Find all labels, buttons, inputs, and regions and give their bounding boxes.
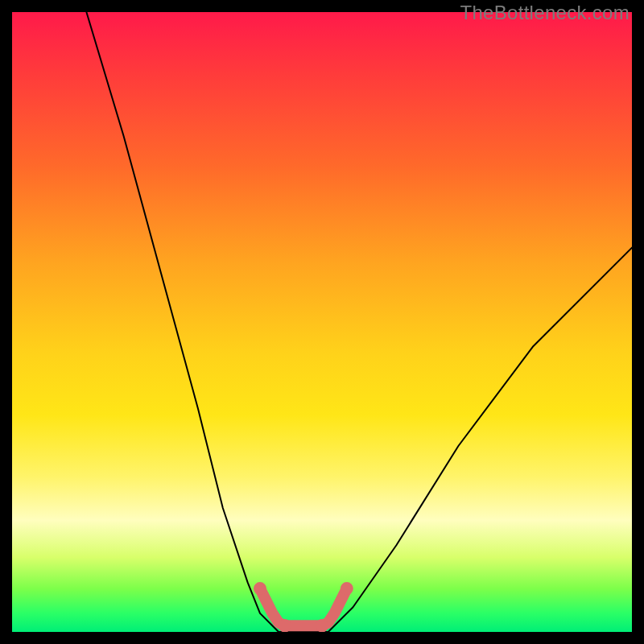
series-black-curve-right [328,248,632,632]
series-pink-bracket-left [260,588,285,625]
chart-plot-area [12,12,632,632]
series-dot-pink-bracket-right-4 [341,582,353,595]
series-black-curve-left [86,12,279,632]
chart-series-container [86,12,632,632]
chart-frame: TheBottleneck.com [0,0,644,644]
series-dot-pink-bracket-flat-0 [279,619,291,632]
series-pink-bracket-right [322,588,347,625]
chart-svg [12,12,632,632]
series-dot-pink-bracket-left-0 [254,582,266,595]
watermark-text: TheBottleneck.com [460,2,630,24]
series-dot-pink-bracket-right-0 [316,619,328,632]
